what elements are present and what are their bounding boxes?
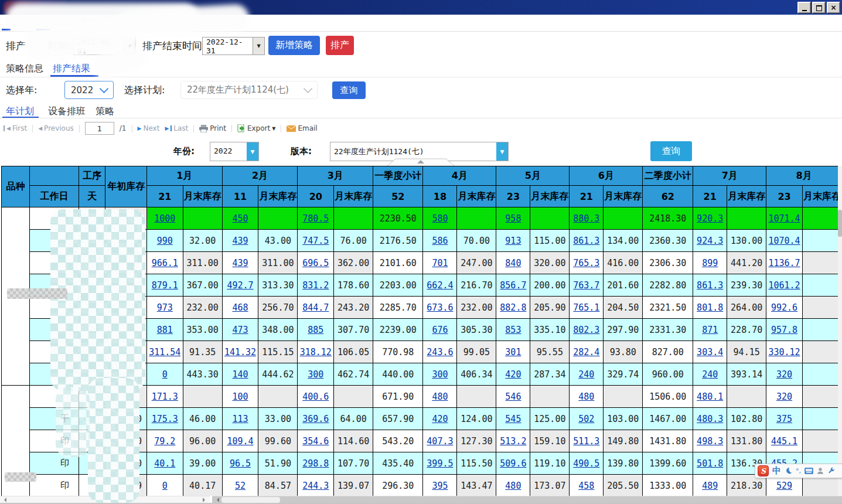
month-value-link[interactable]: 399.5 xyxy=(423,452,457,475)
month-value-link[interactable]: 586 xyxy=(423,230,457,252)
month-value-link[interactable]: 513.2 xyxy=(496,430,530,452)
month-value-link[interactable]: 966.1 xyxy=(146,252,183,274)
month-value-link[interactable]: 480 xyxy=(496,475,530,496)
month-value-link[interactable]: 856.7 xyxy=(496,274,530,297)
month-value-link[interactable]: 320 xyxy=(766,386,803,408)
month-value-link[interactable]: 844.7 xyxy=(298,297,334,319)
month-value-link[interactable]: 100 xyxy=(222,386,258,408)
month-value-link[interactable]: 747.5 xyxy=(298,230,334,252)
restore-button[interactable] xyxy=(812,2,826,13)
query-button[interactable]: 查询 xyxy=(332,81,366,99)
month-value-link[interactable]: 473 xyxy=(222,319,258,341)
month-value-link[interactable]: 171.3 xyxy=(146,386,183,408)
first-page-button[interactable]: ◀First xyxy=(4,124,27,132)
month-value-link[interactable]: 765.1 xyxy=(570,297,604,319)
soft-keyboard-icon[interactable] xyxy=(804,468,813,474)
month-value-link[interactable]: 545 xyxy=(496,408,530,430)
month-value-link[interactable]: 439 xyxy=(222,252,258,274)
month-value-link[interactable]: 765.3 xyxy=(570,252,604,274)
month-value-link[interactable]: 300 xyxy=(423,363,457,386)
month-value-link[interactable]: 109.4 xyxy=(222,430,258,452)
month-value-link[interactable]: 395 xyxy=(423,475,457,496)
previous-page-button[interactable]: ◀Previous xyxy=(38,124,74,132)
month-value-link[interactable]: 320 xyxy=(766,363,803,386)
month-value-link[interactable]: 0 xyxy=(146,475,183,496)
month-value-link[interactable]: 140 xyxy=(222,363,258,386)
month-value-link[interactable]: 546 xyxy=(496,386,530,408)
month-value-link[interactable]: 701 xyxy=(423,252,457,274)
month-value-link[interactable]: 1071.4 xyxy=(766,207,803,230)
page-number-input[interactable] xyxy=(85,122,114,135)
month-value-link[interactable]: 52 xyxy=(222,475,258,496)
end-date-picker[interactable]: 2022-12-31 ▼ xyxy=(202,37,265,55)
month-value-link[interactable]: 79.2 xyxy=(146,430,183,452)
month-value-link[interactable]: 1070.4 xyxy=(766,230,803,252)
month-value-link[interactable]: 480 xyxy=(570,386,604,408)
month-value-link[interactable]: 330.12 xyxy=(766,341,803,363)
end-date-dropdown-button[interactable]: ▼ xyxy=(253,38,264,55)
month-value-link[interactable]: 318.12 xyxy=(298,341,334,363)
month-value-link[interactable]: 375 xyxy=(766,408,803,430)
month-value-link[interactable]: 492.7 xyxy=(222,274,258,297)
month-value-link[interactable]: 885 xyxy=(298,319,334,341)
month-value-link[interactable]: 141.32 xyxy=(222,341,258,363)
schedule-button[interactable]: 排产 xyxy=(326,36,354,55)
month-value-link[interactable]: 879.1 xyxy=(146,274,183,297)
horizontal-scrollbar-thumb[interactable] xyxy=(221,497,280,503)
month-value-link[interactable]: 861.3 xyxy=(570,230,604,252)
year-combo-dropdown-button[interactable]: ▼ xyxy=(247,142,258,161)
month-value-link[interactable]: 501.8 xyxy=(693,452,727,475)
month-value-link[interactable]: 439 xyxy=(222,230,258,252)
month-value-link[interactable]: 468 xyxy=(222,297,258,319)
email-button[interactable]: Email xyxy=(287,124,317,132)
month-value-link[interactable]: 802.3 xyxy=(570,319,604,341)
print-button[interactable]: Print xyxy=(199,124,226,132)
month-value-link[interactable]: 240 xyxy=(570,363,604,386)
month-value-link[interactable]: 480.1 xyxy=(693,386,727,408)
version-combo-dropdown-button[interactable]: ▼ xyxy=(496,142,508,161)
tab-strategy-info[interactable]: 策略信息 xyxy=(6,63,43,75)
month-value-link[interactable]: 400.6 xyxy=(298,386,334,408)
chinese-mode-icon[interactable]: 中 xyxy=(772,465,781,476)
month-value-link[interactable]: 243.6 xyxy=(423,341,457,363)
month-value-link[interactable]: 957.8 xyxy=(766,319,803,341)
minimize-button[interactable] xyxy=(797,2,811,13)
month-value-link[interactable]: 992.6 xyxy=(766,297,803,319)
month-value-link[interactable]: 301 xyxy=(496,341,530,363)
year-combo[interactable]: 2022 ▼ xyxy=(210,142,259,161)
month-value-link[interactable]: 580 xyxy=(423,207,457,230)
scroll-left-icon[interactable] xyxy=(214,498,219,502)
next-page-button[interactable]: ▶Next xyxy=(138,124,160,132)
month-value-link[interactable]: 244.3 xyxy=(298,475,334,496)
month-value-link[interactable]: 480.3 xyxy=(693,408,727,430)
month-value-link[interactable]: 0 xyxy=(146,363,183,386)
month-value-link[interactable]: 1136.7 xyxy=(766,252,803,274)
month-value-link[interactable]: 490.5 xyxy=(570,452,604,475)
month-value-link[interactable]: 458 xyxy=(570,475,604,496)
month-value-link[interactable]: 913 xyxy=(496,230,530,252)
wrench-icon[interactable] xyxy=(827,467,835,475)
month-value-link[interactable]: 840 xyxy=(496,252,530,274)
punctuation-icon[interactable]: °, xyxy=(796,467,801,475)
month-value-link[interactable]: 673.6 xyxy=(423,297,457,319)
month-value-link[interactable]: 282.4 xyxy=(570,341,604,363)
month-value-link[interactable]: 498.3 xyxy=(693,430,727,452)
month-value-link[interactable]: 489 xyxy=(693,475,727,496)
plan-select[interactable]: 22年度生产计划1124(七) xyxy=(180,81,318,99)
month-value-link[interactable]: 958 xyxy=(496,207,530,230)
month-value-link[interactable]: 920.3 xyxy=(693,207,727,230)
month-value-link[interactable]: 420 xyxy=(423,408,457,430)
version-query-button[interactable]: 查询 xyxy=(650,141,692,161)
collapse-handle[interactable] xyxy=(387,158,455,166)
month-value-link[interactable]: 407.3 xyxy=(423,430,457,452)
new-strategy-button[interactable]: 新增策略 xyxy=(268,36,320,55)
month-value-link[interactable]: 696.5 xyxy=(298,252,334,274)
month-value-link[interactable]: 509.6 xyxy=(496,452,530,475)
month-value-link[interactable]: 871 xyxy=(693,319,727,341)
month-value-link[interactable]: 990 xyxy=(146,230,183,252)
month-value-link[interactable]: 354.6 xyxy=(298,430,334,452)
month-value-link[interactable]: 880.3 xyxy=(570,207,604,230)
month-value-link[interactable]: 973 xyxy=(146,297,183,319)
month-value-link[interactable]: 311.54 xyxy=(146,341,183,363)
month-value-link[interactable]: 924.3 xyxy=(693,230,727,252)
